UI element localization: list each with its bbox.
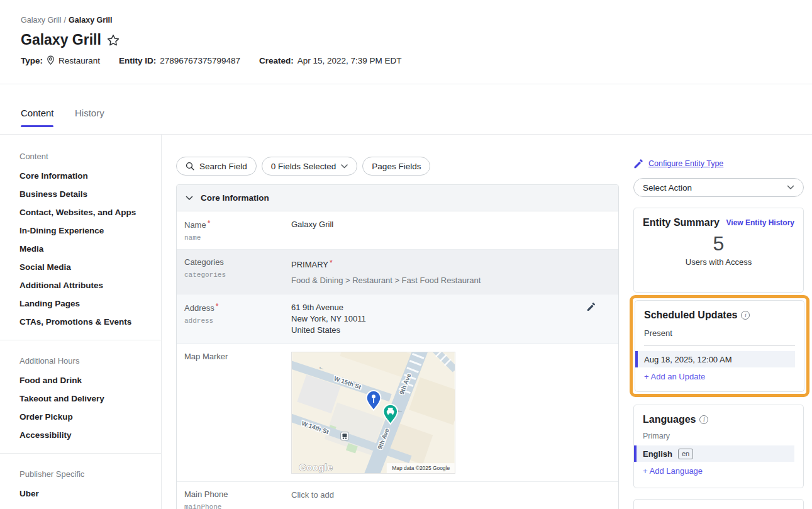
add-update-link[interactable]: + Add an Update xyxy=(644,372,795,381)
sidebar-item-business-details[interactable]: Business Details xyxy=(19,189,148,199)
present-label: Present xyxy=(644,328,795,338)
edit-pencil-icon[interactable] xyxy=(586,302,596,314)
field-row-categories[interactable]: Categories categories PRIMARY Food & Din… xyxy=(177,250,618,294)
field-label-map-marker: Map Marker xyxy=(184,352,291,474)
categories-primary-label: PRIMARY xyxy=(291,260,328,269)
tab-history[interactable]: History xyxy=(75,108,104,118)
entity-id-label: Entity ID: xyxy=(119,56,156,65)
card-divider xyxy=(644,345,795,346)
core-information-panel: Core Information Name name Galaxy Grill … xyxy=(176,184,619,509)
chevron-down-icon xyxy=(787,185,794,190)
map-attribution: Map data ©2025 Google xyxy=(392,465,450,471)
breadcrumb-separator: / xyxy=(64,16,66,25)
sidebar-section-additional-hours: Additional Hours xyxy=(19,356,148,366)
entity-created: Created: Apr 15, 2022, 7:39 PM EDT xyxy=(259,56,402,65)
tab-content[interactable]: Content xyxy=(21,108,54,118)
sidebar-item-social-media[interactable]: Social Media xyxy=(19,262,148,272)
address-line1: 61 9th Avenue xyxy=(291,302,366,313)
users-with-access-label: Users with Access xyxy=(643,257,794,267)
scheduled-update-item[interactable]: Aug 18, 2025, 12:00 AM xyxy=(635,351,795,367)
language-code-badge: en xyxy=(678,449,693,459)
page-title-row: Galaxy Grill xyxy=(21,31,120,48)
section-header-core-information[interactable]: Core Information xyxy=(177,185,618,211)
required-asterisk xyxy=(330,259,333,267)
name-value[interactable]: Galaxy Grill xyxy=(291,219,333,242)
field-nav-sidebar: Content Core Information Business Detail… xyxy=(0,135,162,509)
add-language-link[interactable]: + Add Language xyxy=(643,466,794,476)
scheduled-updates-title: Scheduled Updates xyxy=(644,310,737,321)
sidebar-item-additional-attributes[interactable]: Additional Attributes xyxy=(19,280,148,291)
address-api-name: address xyxy=(184,317,291,325)
info-icon[interactable] xyxy=(699,415,708,424)
field-row-address[interactable]: Address address 61 9th Avenue New York, … xyxy=(177,294,618,344)
primary-language-label: Primary xyxy=(643,432,794,440)
field-label-main-phone: Main Phone mainPhone xyxy=(184,489,291,509)
fields-selected-dropdown[interactable]: 0 Fields Selected xyxy=(262,157,358,176)
sidebar-item-core-information[interactable]: Core Information xyxy=(19,171,148,181)
users-with-access-count: 5 xyxy=(643,232,794,255)
created-value: Apr 15, 2022, 7:39 PM EDT xyxy=(298,56,402,65)
categories-api-name: categories xyxy=(184,271,291,279)
sidebar-divider xyxy=(0,340,162,340)
info-icon[interactable] xyxy=(741,311,750,320)
field-label-name: Name name xyxy=(184,219,291,242)
sidebar-item-uber[interactable]: Uber xyxy=(19,488,148,499)
configure-entity-type-link[interactable]: Configure Entity Type xyxy=(633,159,723,169)
categories-value[interactable]: PRIMARY Food & Dining > Restaurant > Fas… xyxy=(291,257,481,286)
address-value[interactable]: 61 9th Avenue New York, NY 10011 United … xyxy=(291,302,366,336)
language-name: English xyxy=(643,449,672,459)
sidebar-item-takeout-and-delivery[interactable]: Takeout and Delivery xyxy=(19,393,148,404)
main-phone-placeholder[interactable]: Click to add xyxy=(291,490,334,500)
name-label: Name xyxy=(184,220,206,230)
address-line2: New York, NY 10011 xyxy=(291,313,366,325)
select-action-label: Select Action xyxy=(643,183,692,193)
language-item-english[interactable]: English en xyxy=(634,445,794,462)
field-row-main-phone[interactable]: Main Phone mainPhone Click to add xyxy=(177,482,618,509)
main-phone-api-name: mainPhone xyxy=(184,503,291,509)
sidebar-item-media[interactable]: Media xyxy=(19,243,148,254)
configure-entity-type-label: Configure Entity Type xyxy=(648,159,723,168)
type-value: Restaurant xyxy=(58,56,100,65)
sidebar-item-order-pickup[interactable]: Order Pickup xyxy=(19,411,148,422)
entity-summary-title: Entity Summary xyxy=(643,217,720,228)
map-preview[interactable]: ← ← W 15th St W 14th St 9th Ave 9th Ave xyxy=(291,352,455,474)
entity-meta: Type: Restaurant Entity ID: 278967673757… xyxy=(21,55,402,65)
pages-fields-button[interactable]: Pages Fields xyxy=(362,157,430,176)
entity-type: Type: Restaurant xyxy=(21,55,100,65)
view-entity-history-link[interactable]: View Entity History xyxy=(726,218,794,227)
page-title: Galaxy Grill xyxy=(21,31,101,48)
chevron-down-icon xyxy=(341,164,348,169)
sidebar-section-publisher-specific: Publisher Specific xyxy=(19,469,148,479)
active-tab-indicator xyxy=(21,125,53,127)
collapse-chevron-icon[interactable] xyxy=(186,196,193,201)
search-field-button[interactable]: Search Field xyxy=(176,157,257,176)
sidebar-item-ctas-promotions-events[interactable]: CTAs, Promotions & Events xyxy=(19,316,148,327)
sidebar-item-accessibility[interactable]: Accessibility xyxy=(19,430,148,440)
google-logo: Google xyxy=(299,462,333,473)
created-label: Created: xyxy=(259,56,294,65)
sidebar-section-content: Content xyxy=(19,152,148,161)
field-row-map-marker[interactable]: Map Marker xyxy=(177,344,618,482)
name-api-name: name xyxy=(184,234,291,242)
field-toolbar: Search Field 0 Fields Selected Pages Fie… xyxy=(176,157,430,176)
field-label-categories: Categories categories xyxy=(184,257,291,286)
field-label-address: Address address xyxy=(184,302,291,336)
fields-selected-label: 0 Fields Selected xyxy=(271,162,336,171)
required-asterisk xyxy=(208,219,211,228)
sidebar-item-in-dining-experience[interactable]: In-Dining Experience xyxy=(19,225,148,236)
select-action-dropdown[interactable]: Select Action xyxy=(633,178,804,197)
type-label: Type: xyxy=(21,56,43,65)
sidebar-item-contact-websites-apps[interactable]: Contact, Websites, and Apps xyxy=(19,207,148,218)
categories-path: Food & Dining > Restaurant > Fast Food R… xyxy=(291,275,481,286)
entity-id-value: 27896767375799487 xyxy=(160,56,240,65)
field-row-name[interactable]: Name name Galaxy Grill xyxy=(177,211,618,250)
sidebar-item-landing-pages[interactable]: Landing Pages xyxy=(19,298,148,309)
header-divider xyxy=(0,84,812,84)
bus-stop-icon xyxy=(341,432,349,440)
sidebar-item-food-and-drink[interactable]: Food and Drink xyxy=(19,375,148,386)
breadcrumb-parent[interactable]: Galaxy Grill xyxy=(21,16,62,25)
favorite-star-icon[interactable] xyxy=(107,34,120,47)
entity-id: Entity ID: 27896767375799487 xyxy=(119,56,240,65)
required-asterisk xyxy=(216,302,219,311)
scheduled-updates-card: Scheduled Updates Present Aug 18, 2025, … xyxy=(635,300,804,392)
